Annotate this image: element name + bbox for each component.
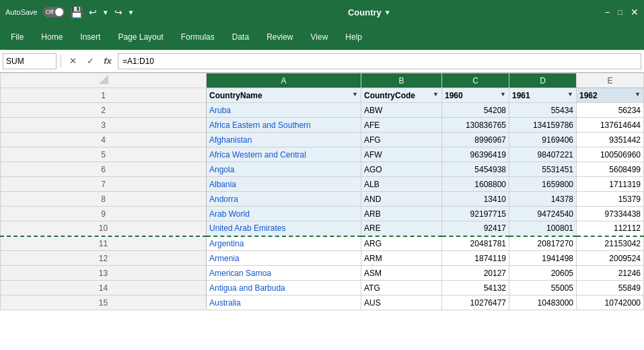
cell-d9[interactable]: 94724540 bbox=[509, 207, 577, 221]
menu-data[interactable]: Data bbox=[224, 28, 257, 46]
cell-e9[interactable]: 97334438 bbox=[577, 207, 644, 221]
cell-d4[interactable]: 9169406 bbox=[509, 133, 577, 147]
cell-c12[interactable]: 1874119 bbox=[442, 251, 509, 266]
filter-b[interactable]: ▼ bbox=[433, 91, 439, 98]
cell-c13[interactable]: 20127 bbox=[442, 266, 509, 281]
cell-c14[interactable]: 54132 bbox=[442, 281, 509, 295]
minimize-icon[interactable]: − bbox=[604, 7, 610, 18]
cell-e14[interactable]: 55849 bbox=[577, 281, 644, 295]
cell-a11[interactable]: Argentina bbox=[207, 236, 361, 251]
cell-a5[interactable]: Africa Western and Central bbox=[207, 147, 361, 162]
cell-d2[interactable]: 55434 bbox=[509, 103, 577, 118]
cell-d15[interactable]: 10483000 bbox=[509, 295, 577, 310]
cell-d14[interactable]: 55005 bbox=[509, 281, 577, 295]
cell-d13[interactable]: 20605 bbox=[509, 266, 577, 281]
col-header-e[interactable]: E bbox=[577, 73, 644, 88]
cell-b14[interactable]: ATG bbox=[361, 281, 442, 295]
cell-b5[interactable]: AFW bbox=[361, 147, 442, 162]
cell-d11[interactable]: 20817270 bbox=[509, 236, 577, 251]
menu-insert[interactable]: Insert bbox=[72, 28, 108, 46]
fx-button[interactable]: fx bbox=[100, 54, 115, 69]
confirm-formula-button[interactable]: ✓ bbox=[83, 54, 98, 69]
cell-b9[interactable]: ARB bbox=[361, 207, 442, 221]
col-header-c[interactable]: C bbox=[442, 73, 509, 88]
cell-e12[interactable]: 2009524 bbox=[577, 251, 644, 266]
close-icon[interactable]: ✕ bbox=[631, 7, 639, 18]
cell-b6[interactable]: AGO bbox=[361, 162, 442, 177]
cell-a9[interactable]: Arab World bbox=[207, 207, 361, 221]
autosave-toggle[interactable]: Off bbox=[43, 7, 65, 18]
cell-c7[interactable]: 1608800 bbox=[442, 177, 509, 192]
cell-e7[interactable]: 1711319 bbox=[577, 177, 644, 192]
cell-e1[interactable]: 1962 ▼ bbox=[577, 88, 644, 103]
save-icon[interactable]: 💾 bbox=[70, 6, 83, 19]
menu-review[interactable]: Review bbox=[258, 28, 301, 46]
cell-c8[interactable]: 13410 bbox=[442, 192, 509, 207]
cell-c1[interactable]: 1960 ▼ bbox=[442, 88, 509, 103]
maximize-icon[interactable]: □ bbox=[618, 8, 622, 16]
cell-a2[interactable]: Aruba bbox=[207, 103, 361, 118]
cell-d7[interactable]: 1659800 bbox=[509, 177, 577, 192]
cell-d8[interactable]: 14378 bbox=[509, 192, 577, 207]
cell-e11[interactable]: 21153042 bbox=[577, 236, 644, 251]
undo-icon[interactable]: ↩ bbox=[89, 7, 97, 18]
cell-e5[interactable]: 100506960 bbox=[577, 147, 644, 162]
cell-c10[interactable]: 92417 bbox=[442, 221, 509, 236]
cell-a1[interactable]: CountryName ▼ bbox=[207, 88, 361, 103]
cell-a6[interactable]: Angola bbox=[207, 162, 361, 177]
cell-d10[interactable]: 100801 bbox=[509, 221, 577, 236]
cell-c11[interactable]: 20481781 bbox=[442, 236, 509, 251]
col-header-d[interactable]: D bbox=[509, 73, 577, 88]
cell-d3[interactable]: 134159786 bbox=[509, 118, 577, 133]
cell-e13[interactable]: 21246 bbox=[577, 266, 644, 281]
cell-b3[interactable]: AFE bbox=[361, 118, 442, 133]
formula-input[interactable] bbox=[118, 53, 641, 69]
cell-b1[interactable]: CountryCode ▼ bbox=[361, 88, 442, 103]
spreadsheet[interactable]: A B C D E 1CountryName ▼CountryCode ▼196… bbox=[0, 73, 644, 350]
title-dropdown-icon[interactable]: ▼ bbox=[384, 9, 391, 16]
cell-e6[interactable]: 5608499 bbox=[577, 162, 644, 177]
filter-a[interactable]: ▼ bbox=[352, 91, 358, 98]
menu-page-layout[interactable]: Page Layout bbox=[110, 28, 171, 46]
menu-view[interactable]: View bbox=[303, 28, 336, 46]
cell-c4[interactable]: 8996967 bbox=[442, 133, 509, 147]
cell-b15[interactable]: AUS bbox=[361, 295, 442, 310]
cell-d6[interactable]: 5531451 bbox=[509, 162, 577, 177]
cell-c3[interactable]: 130836765 bbox=[442, 118, 509, 133]
cell-a15[interactable]: Australia bbox=[207, 295, 361, 310]
quick-access-icon[interactable]: ▼ bbox=[128, 9, 135, 16]
cell-e8[interactable]: 15379 bbox=[577, 192, 644, 207]
cell-b11[interactable]: ARG bbox=[361, 236, 442, 251]
cell-a3[interactable]: Africa Eastern and Southern bbox=[207, 118, 361, 133]
cell-b4[interactable]: AFG bbox=[361, 133, 442, 147]
cell-e15[interactable]: 10742000 bbox=[577, 295, 644, 310]
undo-dropdown-icon[interactable]: ▼ bbox=[102, 9, 109, 16]
cell-a12[interactable]: Armenia bbox=[207, 251, 361, 266]
name-box[interactable]: SUM bbox=[3, 53, 57, 69]
cell-c9[interactable]: 92197715 bbox=[442, 207, 509, 221]
toggle-switch[interactable]: Off bbox=[43, 7, 65, 18]
cell-b10[interactable]: ARE bbox=[361, 221, 442, 236]
cell-b13[interactable]: ASM bbox=[361, 266, 442, 281]
redo-icon[interactable]: ↪ bbox=[114, 7, 122, 18]
cell-e3[interactable]: 137614644 bbox=[577, 118, 644, 133]
menu-home[interactable]: Home bbox=[33, 28, 71, 46]
menu-file[interactable]: File bbox=[3, 28, 32, 46]
cell-b7[interactable]: ALB bbox=[361, 177, 442, 192]
cell-a8[interactable]: Andorra bbox=[207, 192, 361, 207]
cell-d5[interactable]: 98407221 bbox=[509, 147, 577, 162]
cell-e2[interactable]: 56234 bbox=[577, 103, 644, 118]
cell-e4[interactable]: 9351442 bbox=[577, 133, 644, 147]
cell-a13[interactable]: American Samoa bbox=[207, 266, 361, 281]
cell-d1[interactable]: 1961 ▼ bbox=[509, 88, 577, 103]
cell-c2[interactable]: 54208 bbox=[442, 103, 509, 118]
cell-d12[interactable]: 1941498 bbox=[509, 251, 577, 266]
cell-b12[interactable]: ARM bbox=[361, 251, 442, 266]
cell-e10[interactable]: 112112 bbox=[577, 221, 644, 236]
filter-e[interactable]: ▼ bbox=[635, 91, 641, 98]
cell-a10[interactable]: United Arab Emirates bbox=[207, 221, 361, 236]
menu-formulas[interactable]: Formulas bbox=[173, 28, 223, 46]
menu-help[interactable]: Help bbox=[337, 28, 370, 46]
cell-a14[interactable]: Antigua and Barbuda bbox=[207, 281, 361, 295]
col-header-b[interactable]: B bbox=[361, 73, 442, 88]
